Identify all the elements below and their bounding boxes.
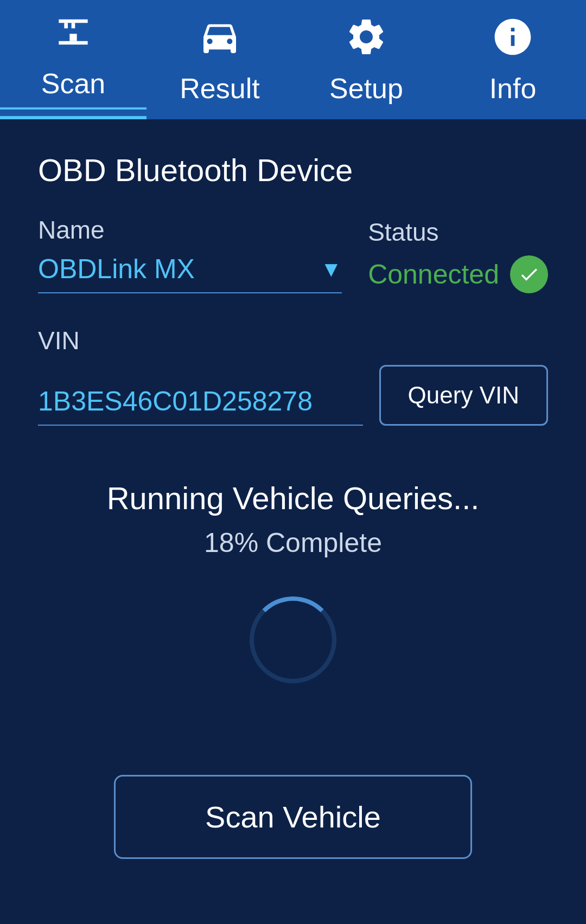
car-icon bbox=[198, 15, 241, 65]
query-vin-button[interactable]: Query VIN bbox=[379, 365, 548, 426]
tab-scan-label: Scan bbox=[41, 67, 106, 100]
status-row: Connected bbox=[368, 255, 548, 293]
progress-section: Running Vehicle Queries... 18% Complete … bbox=[38, 480, 548, 891]
complete-percentage-text: 18% Complete bbox=[204, 527, 382, 559]
tab-bar: Scan Result Setup Info bbox=[0, 0, 586, 119]
device-section: Name OBDLink MX ▼ Status Connected bbox=[38, 215, 548, 293]
tab-info[interactable]: Info bbox=[440, 0, 586, 119]
info-icon bbox=[491, 15, 534, 65]
vin-value: 1B3ES46C01D258278 bbox=[38, 386, 313, 416]
svg-rect-0 bbox=[69, 34, 77, 41]
tab-scan[interactable]: Scan bbox=[0, 0, 146, 119]
status-label: Status bbox=[368, 217, 548, 247]
vin-section: VIN 1B3ES46C01D258278 Query VIN bbox=[38, 326, 548, 426]
section-title: OBD Bluetooth Device bbox=[38, 152, 548, 188]
tab-info-label: Info bbox=[489, 72, 537, 105]
tab-result[interactable]: Result bbox=[146, 0, 293, 119]
device-name-value: OBDLink MX bbox=[38, 253, 315, 285]
status-section: Status Connected bbox=[368, 217, 548, 293]
device-name-label: Name bbox=[38, 215, 342, 245]
vin-label: VIN bbox=[38, 326, 548, 355]
vin-input-wrapper[interactable]: 1B3ES46C01D258278 bbox=[38, 386, 363, 426]
tab-result-label: Result bbox=[180, 72, 259, 105]
tab-setup[interactable]: Setup bbox=[293, 0, 440, 119]
gear-icon bbox=[345, 15, 388, 65]
status-value: Connected bbox=[368, 259, 499, 290]
device-dropdown[interactable]: OBDLink MX ▼ bbox=[38, 253, 342, 293]
connected-check-icon bbox=[510, 255, 548, 293]
main-content: OBD Bluetooth Device Name OBDLink MX ▼ S… bbox=[0, 119, 586, 924]
usb-icon bbox=[52, 10, 95, 60]
chevron-down-icon: ▼ bbox=[320, 257, 342, 281]
scan-vehicle-button[interactable]: Scan Vehicle bbox=[114, 775, 472, 859]
tab-setup-label: Setup bbox=[329, 72, 403, 105]
device-field-group: Name OBDLink MX ▼ bbox=[38, 215, 342, 293]
vin-row: 1B3ES46C01D258278 Query VIN bbox=[38, 365, 548, 426]
running-queries-text: Running Vehicle Queries... bbox=[107, 480, 480, 516]
loading-spinner bbox=[250, 596, 336, 683]
